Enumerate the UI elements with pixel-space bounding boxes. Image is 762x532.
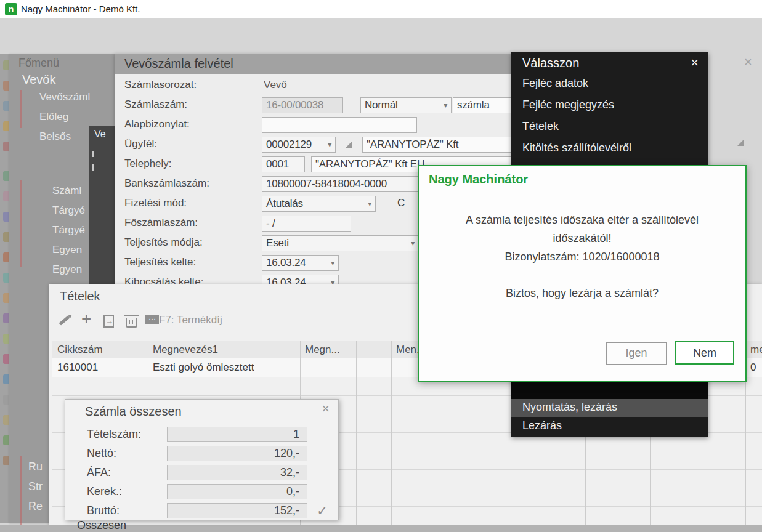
lookup-triangle-icon[interactable]	[345, 142, 352, 148]
sidebar-item[interactable]: Egyen	[52, 244, 82, 256]
menu-item-fejlec-adatok[interactable]: Fejléc adatok	[522, 77, 588, 90]
table-cell: 0	[750, 361, 756, 374]
titlebar: n Nagy Machinátor - Demó Kft.	[0, 0, 762, 18]
fulfillment-date-field[interactable]: 16.03.24 ▾	[262, 255, 339, 271]
customer-code-dropdown[interactable]: 00002129 ▾	[262, 137, 336, 153]
close-icon[interactable]: ×	[322, 401, 330, 417]
grid-line	[391, 341, 392, 525]
table-footer-total: Összesen	[77, 519, 126, 532]
column-header[interactable]: Megnevezés1	[153, 344, 218, 356]
field-label: Alapbizonylat:	[124, 118, 190, 131]
menu-item-lezaras[interactable]: Lezárás	[511, 417, 708, 436]
table-cell: Eszti golyó ömlesztett	[153, 361, 254, 374]
invoice-series-value: Vevő	[264, 79, 287, 91]
dropdown-triangle-icon[interactable]	[737, 139, 744, 146]
sidebar-item[interactable]: Egyen	[52, 264, 82, 276]
confirmation-dialog: Nagy Machinátor A számla teljesítés idős…	[418, 165, 747, 382]
dialog-message-line: A számla teljesítés időszaka eltér a szá…	[437, 211, 727, 248]
column-header[interactable]: Megn...	[305, 344, 340, 356]
payment-method-dropdown[interactable]: Átutalás ▾	[262, 196, 376, 212]
close-icon[interactable]: ×	[744, 54, 752, 70]
sidebar-item[interactable]: Száml	[52, 185, 81, 197]
chevron-down-icon: ▾	[331, 259, 334, 267]
dialog-document-number: Bizonylatszám: 1020/16000018	[437, 248, 727, 266]
sidebar-section-vevok[interactable]: Vevők	[22, 73, 55, 87]
sidebar-item[interactable]: Tárgyé	[52, 224, 85, 236]
menu-item-kitoltes[interactable]: Kitöltés szállítólevélről	[522, 142, 631, 155]
column-header[interactable]: Cikkszám	[57, 344, 103, 356]
sidebar-item[interactable]: Belsős	[39, 131, 71, 143]
field-label: Telephely:	[124, 158, 172, 170]
base-document-field[interactable]	[262, 117, 417, 133]
menu-title: Válasszon	[522, 56, 579, 70]
chevron-down-icon: ▾	[411, 239, 415, 248]
field-label: Ügyfél:	[124, 138, 157, 150]
menu-item-nyomtatas-lezaras[interactable]: Nyomtatás, lezárás	[511, 399, 708, 417]
table-cell: 1610001	[57, 361, 98, 374]
app-logo-icon: n	[5, 3, 17, 15]
customer-name-field[interactable]: "ARANYTOPÁZ" Kft	[362, 137, 511, 153]
sidebar-title: Főmenü	[18, 57, 59, 70]
total-label: Nettó:	[87, 447, 116, 460]
total-value: 0,-	[167, 484, 307, 499]
field-label: Teljesítés módja:	[124, 236, 203, 249]
application-window: n Nagy Machinátor - Demó Kft. × Főmenü V…	[0, 0, 762, 532]
invoice-window-title: Vevőszámla felvétel	[124, 57, 233, 71]
site-code-field[interactable]: 0001	[262, 156, 305, 172]
sidebar-item[interactable]: Str	[28, 480, 43, 493]
currency-label: C	[397, 197, 405, 209]
sidebar-item[interactable]: Re	[28, 500, 43, 513]
total-label: Kerek.:	[87, 485, 122, 498]
menu-separator	[511, 382, 708, 399]
total-label: Bruttó:	[87, 504, 120, 517]
list-mark	[92, 164, 94, 171]
list-mark	[92, 151, 94, 157]
dialog-message: A számla teljesítés időszaka eltér a szá…	[437, 211, 727, 266]
chevron-down-icon: ▾	[368, 200, 371, 208]
total-value: 120,-	[167, 446, 307, 461]
menu-item-fejlec-megjegyzes[interactable]: Fejléc megjegyzés	[522, 99, 614, 111]
invoice-number-field[interactable]: 16-00/00038	[262, 97, 343, 113]
field-label: Teljesítés kelte:	[124, 256, 196, 268]
yes-button[interactable]: Igen	[606, 342, 667, 365]
field-label: Számlaszám:	[124, 99, 187, 111]
close-icon[interactable]: ×	[691, 55, 699, 71]
chevron-down-icon: ▾	[444, 101, 447, 110]
master-invoice-field[interactable]: - /	[262, 216, 351, 232]
field-label: Fizetési mód:	[124, 197, 187, 209]
column-header[interactable]: me	[750, 344, 762, 356]
sidebar-accent	[20, 90, 22, 128]
chevron-down-icon: ▾	[328, 140, 331, 149]
background-window-title: Ve	[94, 129, 106, 140]
invoice-type-dropdown[interactable]: Normál ▾	[360, 97, 452, 113]
total-label: Tételszám:	[87, 428, 141, 441]
no-button[interactable]: Nem	[675, 341, 734, 365]
dialog-question: Biztos, hogy lezárja a számlát?	[437, 287, 727, 300]
invoice-total-title: Számla összesen	[85, 405, 182, 419]
check-icon[interactable]: ✓	[317, 503, 328, 519]
field-label: Főszámlaszám:	[124, 217, 198, 229]
menu-item-tetelek[interactable]: Tételek	[522, 120, 559, 133]
app-title: Nagy Machinátor - Demó Kft.	[21, 4, 140, 14]
field-label: Számlasorozat:	[124, 79, 197, 91]
total-value: 152,-	[167, 503, 307, 518]
dialog-title: Nagy Machinátor	[429, 172, 528, 187]
sidebar-item[interactable]: Ru	[28, 461, 43, 474]
sidebar-item[interactable]: Tárgyé	[52, 204, 85, 217]
invoice-book-field[interactable]: számla	[453, 97, 512, 113]
total-value: 1	[167, 427, 307, 442]
invoice-window-header: Vevőszámla felvétel	[115, 54, 513, 74]
sidebar-accent	[20, 180, 22, 267]
total-label: ÁFA:	[87, 466, 111, 479]
fulfillment-mode-dropdown[interactable]: Eseti ▾	[262, 235, 419, 251]
sidebar-item[interactable]: Előleg	[39, 111, 68, 123]
field-label: Bankszámlaszám:	[124, 177, 209, 190]
total-value: 32,-	[167, 465, 307, 480]
invoice-total-window: Számla összesen × Tételszám: 1 Nettó: 12…	[65, 399, 339, 520]
sidebar-item[interactable]: Vevőszáml	[39, 91, 90, 103]
sidebar-accent	[20, 456, 22, 532]
grid-line	[356, 341, 357, 525]
